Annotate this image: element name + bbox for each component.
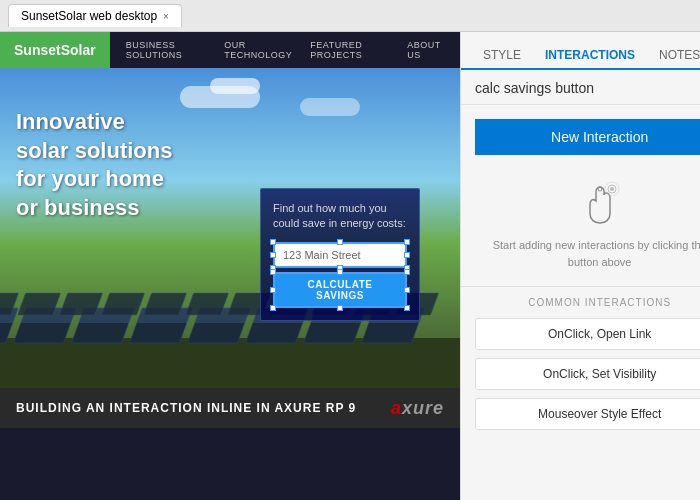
cloud-2 [210,78,260,94]
handle-tr[interactable] [404,239,410,245]
btn-handle-mr[interactable] [404,287,410,293]
nav-link-3[interactable]: FEATURED PROJECTS [310,40,389,60]
btn-handle-br[interactable] [404,305,410,311]
interaction-item-1[interactable]: OnClick, Set Visibility [475,358,700,390]
btn-handle-tm[interactable] [337,269,343,275]
nav-link-4[interactable]: ABOUT US [407,40,444,60]
panel-scroll-area: calc savings button New Interaction ↗ [461,70,700,500]
click-icon-area [461,163,700,237]
btn-handle-bm[interactable] [337,305,343,311]
svg-rect-20 [102,293,145,315]
right-panel: STYLE INTERACTIONS NOTES ⋮ calc savings … [460,32,700,500]
new-interaction-button[interactable]: New Interaction ↗ [475,119,700,155]
bottom-bar: BUILDING AN INTERACTION INLINE IN AXURE … [0,388,460,428]
calc-widget: Find out how much you could save in ener… [260,188,420,321]
site-nav-links: BUSINESS SOLUTIONS OUR TECHNOLOGY FEATUR… [110,40,460,60]
tab-label: SunsetSolar web desktop [21,9,157,23]
website-preview: SunsetSolar BUSINESS SOLUTIONS OUR TECHN… [0,32,460,500]
calc-input-wrapper [273,242,407,268]
new-interaction-label: New Interaction [551,129,648,145]
section-label: COMMON INTERACTIONS [461,297,700,308]
nav-link-2[interactable]: OUR TECHNOLOGY [224,40,292,60]
btn-handle-tr[interactable] [404,269,410,275]
hero-text: Innovativesolar solutionsfor your homeor… [16,108,172,222]
panel-tabs: STYLE INTERACTIONS NOTES ⋮ [461,32,700,70]
main-layout: SunsetSolar BUSINESS SOLUTIONS OUR TECHN… [0,32,700,500]
svg-rect-0 [0,338,460,388]
site-logo: SunsetSolar [0,32,110,68]
browser-tab[interactable]: SunsetSolar web desktop × [8,4,182,27]
calc-widget-title: Find out how much you could save in ener… [273,201,407,232]
btn-handle-ml[interactable] [270,287,276,293]
bottom-bar-text: BUILDING AN INTERACTION INLINE IN AXURE … [16,401,356,415]
handle-ml[interactable] [270,252,276,258]
btn-handle-bl[interactable] [270,305,276,311]
tab-close-button[interactable]: × [163,11,169,22]
interaction-item-2[interactable]: Mouseover Style Effect [475,398,700,430]
handle-mr[interactable] [404,252,410,258]
click-icon [575,179,625,229]
tab-interactions[interactable]: INTERACTIONS [533,42,647,70]
calc-btn-wrapper: CALCULATE SAVINGS [273,272,407,308]
interaction-item-0[interactable]: OnClick, Open Link [475,318,700,350]
handle-tl[interactable] [270,239,276,245]
svg-point-31 [610,187,614,191]
axure-logo: axure [391,398,444,419]
helper-text: Start adding new interactions by clickin… [461,237,700,270]
handle-tm[interactable] [337,239,343,245]
divider [461,286,700,287]
nav-link-1[interactable]: BUSINESS SOLUTIONS [126,40,206,60]
browser-chrome: SunsetSolar web desktop × [0,0,700,32]
site-nav: SunsetSolar BUSINESS SOLUTIONS OUR TECHN… [0,32,460,68]
calc-savings-button[interactable]: CALCULATE SAVINGS [273,272,407,308]
cloud-3 [300,98,360,116]
tab-notes[interactable]: NOTES [647,42,700,70]
component-title: calc savings button [461,70,700,105]
btn-handle-tl[interactable] [270,269,276,275]
tab-style[interactable]: STYLE [471,42,533,70]
site-hero: Innovativesolar solutionsfor your homeor… [0,68,460,388]
